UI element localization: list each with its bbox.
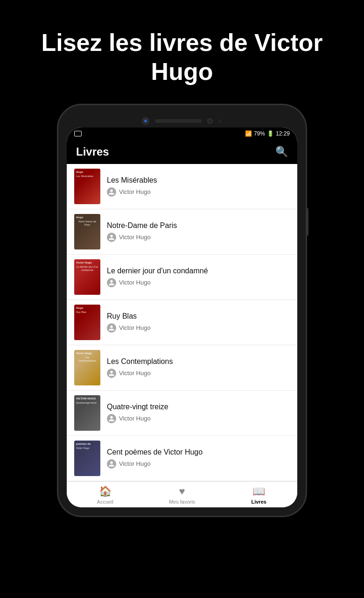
author-avatar-4 <box>107 323 116 333</box>
book-author-1: Victor Hugo <box>107 187 290 197</box>
book-cover-6: VICTOR HUGO Quatrevingt-treize <box>74 395 100 431</box>
book-cover-5: Victor Hugo Les Contemplations <box>74 350 100 385</box>
author-name-1: Victor Hugo <box>119 188 151 195</box>
clock: 12:29 <box>276 130 290 137</box>
author-avatar-5 <box>107 369 116 378</box>
notification-icon <box>74 131 82 136</box>
author-name-5: Victor Hugo <box>119 370 151 377</box>
book-author-7: Victor Hugo <box>107 459 290 469</box>
status-right: 📶 79% 🔋 12:29 <box>245 130 290 137</box>
search-button[interactable]: 🔍 <box>275 146 288 158</box>
book-cover-2: Hugo Notre-Dame de Paris <box>74 214 100 249</box>
book-item-6[interactable]: VICTOR HUGO Quatrevingt-treize Quatre-vi… <box>67 391 297 436</box>
author-avatar-7 <box>107 459 116 469</box>
author-name-2: Victor Hugo <box>119 234 151 241</box>
nav-label-favoris: Mes favoris <box>169 499 195 505</box>
book-item-4[interactable]: Hugo Ruy Blas Ruy Blas Victor Hugo <box>67 300 297 345</box>
volume-button <box>307 208 308 236</box>
bottom-navigation: 🏠 Accueil ♥ Mes favoris 📖 Livres <box>67 481 297 507</box>
book-item-3[interactable]: Victor Hugo Le dernier jour d'un condamn… <box>67 255 297 300</box>
book-item-2[interactable]: Hugo Notre-Dame de Paris Notre-Dame de P… <box>67 209 297 255</box>
nav-label-livres: Livres <box>251 499 266 505</box>
app-title: Livres <box>76 145 109 158</box>
book-title-7: Cent poèmes de Victor Hugo <box>107 448 290 456</box>
book-author-3: Victor Hugo <box>107 278 290 287</box>
book-cover-3: Victor Hugo Le dernier jour d'un condamn… <box>74 259 100 295</box>
author-name-7: Victor Hugo <box>119 460 151 467</box>
camera-right <box>207 118 213 124</box>
battery-level: 79% <box>254 130 265 137</box>
author-name-4: Victor Hugo <box>119 324 151 331</box>
author-avatar-6 <box>107 414 116 423</box>
author-name-6: Victor Hugo <box>119 415 151 422</box>
heart-icon: ♥ <box>179 485 185 498</box>
book-item-7[interactable]: poèmes de Victor Hugo Cent poèmes de Vic… <box>67 436 297 481</box>
book-author-6: Victor Hugo <box>107 414 290 423</box>
author-avatar-3 <box>107 278 116 287</box>
book-cover-4: Hugo Ruy Blas <box>74 305 100 340</box>
book-author-2: Victor Hugo <box>107 233 290 242</box>
book-info-2: Notre-Dame de Paris Victor Hugo <box>107 221 290 242</box>
book-info-7: Cent poèmes de Victor Hugo Victor Hugo <box>107 448 290 469</box>
phone-camera-bar <box>67 114 297 128</box>
nav-item-favoris[interactable]: ♥ Mes favoris <box>144 485 221 505</box>
speaker <box>155 119 202 123</box>
book-author-4: Victor Hugo <box>107 323 290 333</box>
battery-icon: 🔋 <box>267 130 274 137</box>
author-avatar-1 <box>107 187 116 197</box>
book-cover-7: poèmes de Victor Hugo <box>74 441 100 476</box>
status-bar: 📶 79% 🔋 12:29 <box>67 128 297 140</box>
book-item-5[interactable]: Victor Hugo Les Contemplations Les Conte… <box>67 345 297 391</box>
app-header: Livres 🔍 <box>67 140 297 164</box>
camera-left <box>142 117 149 125</box>
book-title-5: Les Contemplations <box>107 357 290 366</box>
book-icon: 📖 <box>252 485 265 498</box>
nav-label-accueil: Accueil <box>97 499 113 505</box>
author-name-3: Victor Hugo <box>119 279 151 286</box>
author-avatar-2 <box>107 233 116 242</box>
book-title-3: Le dernier jour d'un condamné <box>107 267 290 275</box>
book-info-5: Les Contemplations Victor Hugo <box>107 357 290 378</box>
wifi-icon: 📶 <box>245 130 252 137</box>
book-info-1: Les Misérables Victor Hugo <box>107 176 290 197</box>
book-info-6: Quatre-vingt treize Victor Hugo <box>107 403 290 423</box>
hero-title: Lisez les livres de Victor Hugo <box>0 28 364 86</box>
book-info-4: Ruy Blas Victor Hugo <box>107 312 290 333</box>
book-author-5: Victor Hugo <box>107 369 290 378</box>
home-icon: 🏠 <box>99 485 112 498</box>
book-info-3: Le dernier jour d'un condamné Victor Hug… <box>107 267 290 287</box>
book-item-1[interactable]: Hugo Les Misérables Les Misérables Victo… <box>67 164 297 209</box>
nav-item-livres[interactable]: 📖 Livres <box>220 485 297 505</box>
phone-screen: 📶 79% 🔋 12:29 Livres 🔍 Hugo Les Misérabl… <box>67 128 297 507</box>
book-list: Hugo Les Misérables Les Misérables Victo… <box>67 164 297 481</box>
book-cover-1: Hugo Les Misérables <box>74 169 100 204</box>
book-title-1: Les Misérables <box>107 176 290 185</box>
sensor-dot <box>218 119 222 123</box>
phone-frame: 📶 79% 🔋 12:29 Livres 🔍 Hugo Les Misérabl… <box>58 105 306 516</box>
book-title-4: Ruy Blas <box>107 312 290 320</box>
nav-item-accueil[interactable]: 🏠 Accueil <box>67 485 144 505</box>
status-left <box>74 131 82 136</box>
book-title-2: Notre-Dame de Paris <box>107 221 290 230</box>
book-title-6: Quatre-vingt treize <box>107 403 290 411</box>
